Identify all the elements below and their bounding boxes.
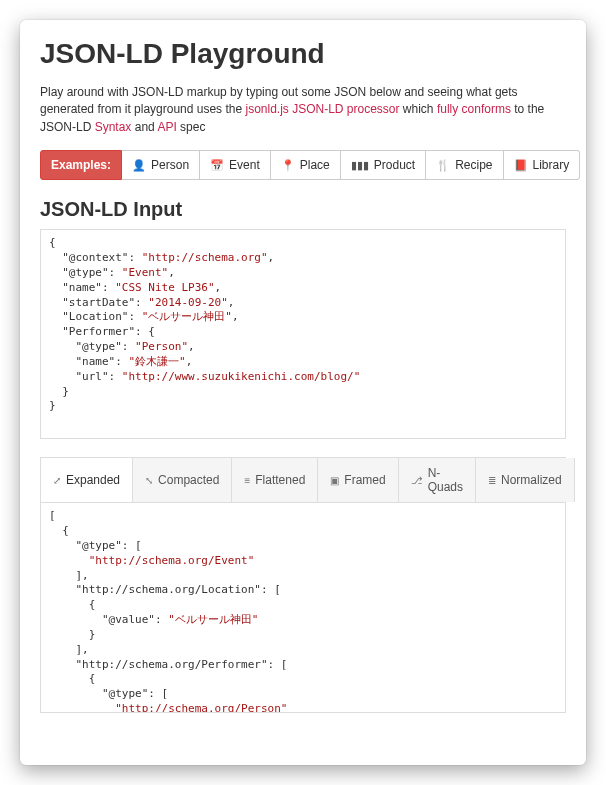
tab-label: Flattened [255,473,305,487]
share-icon: ⎇ [411,475,423,486]
tab-flattened[interactable]: ≡Flattened [232,458,318,502]
tab-label: Compacted [158,473,219,487]
frame-icon: ▣ [330,475,339,486]
book-icon: 📕 [514,159,528,172]
person-icon: 👤 [132,159,146,172]
calendar-icon: 📅 [210,159,224,172]
tab-label: N-Quads [428,466,463,494]
example-label: Person [151,158,189,172]
tab-label: Normalized [501,473,562,487]
bars-icon: ≣ [488,475,496,486]
json-output-view: [ { "@type": [ "http://schema.org/Event"… [40,503,566,713]
page-title: JSON-LD Playground [40,38,566,70]
output-tabs: ⤢Expanded⤡Compacted≡Flattened▣Framed⎇N-Q… [40,457,566,503]
example-label: Library [533,158,570,172]
input-heading: JSON-LD Input [40,198,566,221]
tab-label: Framed [344,473,385,487]
playground-page: JSON-LD Playground Play around with JSON… [20,20,586,765]
examples-label: Examples: [40,150,122,180]
example-library-button[interactable]: 📕Library [504,150,581,180]
examples-toolbar: Examples: 👤Person📅Event📍Place▮▮▮Product🍴… [40,150,566,180]
intro-text: Play around with JSON-LD markup by typin… [40,84,566,136]
tab-label: Expanded [66,473,120,487]
pin-icon: 📍 [281,159,295,172]
example-label: Event [229,158,260,172]
example-label: Product [374,158,415,172]
api-link[interactable]: API [157,120,176,134]
example-recipe-button[interactable]: 🍴Recipe [426,150,503,180]
cutlery-icon: 🍴 [436,159,450,172]
json-input-editor[interactable]: { "@context": "http://schema.org", "@typ… [40,229,566,439]
example-event-button[interactable]: 📅Event [200,150,271,180]
tab-expanded[interactable]: ⤢Expanded [41,458,133,502]
example-label: Place [300,158,330,172]
example-person-button[interactable]: 👤Person [122,150,200,180]
list-icon: ≡ [244,475,250,486]
syntax-link[interactable]: Syntax [95,120,132,134]
tab-normalized[interactable]: ≣Normalized [476,458,575,502]
expand-icon: ⤢ [53,475,61,486]
tab-nquads[interactable]: ⎇N-Quads [399,458,476,502]
barcode-icon: ▮▮▮ [351,159,369,172]
example-label: Recipe [455,158,492,172]
compact-icon: ⤡ [145,475,153,486]
example-place-button[interactable]: 📍Place [271,150,341,180]
conforms-link[interactable]: fully conforms [437,102,511,116]
jsonldjs-link[interactable]: jsonld.js JSON-LD processor [245,102,399,116]
example-product-button[interactable]: ▮▮▮Product [341,150,426,180]
tab-compacted[interactable]: ⤡Compacted [133,458,232,502]
tab-framed[interactable]: ▣Framed [318,458,398,502]
